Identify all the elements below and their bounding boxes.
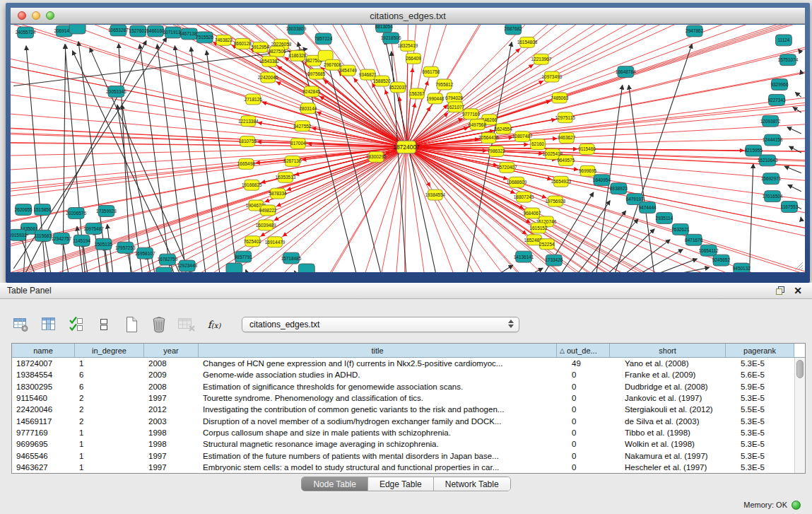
cell-year: 1997 (144, 463, 199, 472)
table-row[interactable]: 2242004622012Investigating the contribut… (12, 404, 805, 415)
table-panel-title: Table Panel (0, 286, 52, 296)
tab-network-table[interactable]: Network Table (434, 477, 510, 491)
graph-node-label: 8660128 (234, 41, 252, 46)
graph-node-label: 9684067 (523, 211, 541, 216)
graph-node-label: 6466160 (146, 28, 165, 33)
graph-node-label: 5878334 (269, 191, 287, 196)
graph-node-label: 10973493 (541, 74, 562, 79)
graph-node-label: 20053346 (106, 89, 126, 94)
table-row[interactable]: 1938455462009Genome-wide association stu… (12, 369, 805, 380)
column-header-name[interactable]: name (12, 344, 75, 357)
table-header-row: namein_degreeyeartitle△out_de...shortpag… (12, 344, 805, 358)
cell-out_de: 0 (567, 452, 620, 460)
graph-node-label: 16154808 (517, 40, 538, 45)
table-row[interactable]: 911546021997Tourette syndrome. Phenomeno… (12, 392, 805, 404)
graph-node-label: 9115460 (578, 146, 596, 151)
table-row[interactable]: 946554611997Estimation of the future num… (12, 450, 805, 461)
cell-name: 9699695 (12, 440, 75, 448)
row-selector-icon[interactable] (66, 315, 86, 334)
new-table-icon[interactable] (122, 315, 141, 334)
graph-node-label: 2687682 (505, 26, 523, 31)
table-settings-icon[interactable] (11, 315, 31, 334)
graph-node-label: 16958107 (135, 251, 155, 256)
column-header-in_degree[interactable]: in_degree (75, 344, 144, 357)
cell-short: Yano et al. (2008) (620, 359, 736, 368)
graph-node[interactable] (156, 267, 172, 272)
graph-node-label: 8454749 (339, 68, 358, 73)
graph-node-label: 10688609 (507, 180, 527, 185)
graph-node-label: 15751074 (778, 57, 799, 62)
graph-node-label: 9498222 (259, 208, 278, 213)
network-graph[interactable]: 2405572420691406106532871527602646616010… (11, 25, 805, 272)
resize-grip-icon[interactable] (794, 262, 804, 271)
column-header-out_de[interactable]: △out_de... (557, 344, 610, 357)
tab-node-table[interactable]: Node Table (302, 477, 368, 491)
column-header-year[interactable]: year (144, 344, 199, 357)
graph-node-label: 156267 (409, 91, 425, 96)
cell-year: 1998 (144, 440, 199, 448)
graph-node-label: 1615152 (529, 226, 548, 230)
cell-short: Tibbo et al. (1998) (620, 428, 736, 437)
column-header-title[interactable]: title (199, 344, 557, 357)
table-row[interactable]: 1830029562008Estimation of significance … (12, 381, 805, 392)
cell-in_degree: 2 (75, 394, 144, 402)
cell-out_de: 0 (567, 463, 620, 472)
table-selector-dropdown[interactable]: citations_edges.txt (242, 317, 519, 332)
graph-node-label: 266409 (406, 56, 421, 61)
graph-node-label: 2935114 (656, 216, 673, 221)
network-canvas[interactable]: 2405572420691406106532871527602646616010… (11, 25, 805, 272)
table-row[interactable]: 1872400712008Changes of HCN gene express… (12, 358, 805, 369)
graph-node-label: 9245652 (712, 257, 731, 262)
window-titlebar[interactable]: citations_edges.txt (11, 8, 805, 24)
cell-year: 2008 (144, 359, 199, 368)
cell-title: Structural magnetic resonance image aver… (199, 440, 567, 448)
graph-node-label: 1810755 (239, 139, 257, 144)
vertical-scrollbar[interactable] (794, 358, 805, 473)
table-row[interactable]: 977716911998Corpus callosum shape and si… (12, 427, 805, 438)
graph-node-label: 15654923 (551, 179, 571, 184)
table-row[interactable]: 946362711997Embryonic stem cells: a mode… (12, 462, 805, 473)
graph-node-label: 22420046 (258, 75, 278, 80)
graph-node[interactable] (226, 263, 242, 272)
table-row[interactable]: 969969511998Structural magnetic resonanc… (12, 438, 805, 450)
cell-in_degree: 6 (75, 370, 144, 379)
graph-node-label: 9857791 (235, 255, 253, 259)
column-selector-icon[interactable] (39, 315, 59, 334)
delete-rows-icon[interactable] (149, 315, 169, 334)
graph-node-label: 1621077 (447, 105, 465, 110)
graph-node-label: 10975487 (83, 226, 104, 231)
cell-name: 18300295 (12, 382, 75, 391)
graph-node-label: 12342757 (51, 236, 71, 241)
graph-node-label: 8427552 (293, 124, 312, 129)
graph-node-label: 7463822 (215, 37, 233, 42)
graph-node-label: 16210643 (758, 158, 778, 163)
graph-node-label: 20564436 (478, 135, 499, 140)
function-builder-icon[interactable]: f(x) (204, 315, 224, 334)
graph-node-label: 3915931 (11, 233, 27, 238)
graph-node-label: 1640954 (593, 177, 611, 182)
table-tabs: Node Table Edge Table Network Table (301, 477, 510, 491)
tab-edge-table[interactable]: Edge Table (368, 477, 434, 491)
cell-year: 2003 (144, 417, 199, 426)
cell-in_degree: 1 (75, 428, 144, 437)
graph-node-label: 19166825 (242, 182, 262, 187)
graph-node-label: 7986322 (488, 148, 506, 153)
scrollbar-thumb[interactable] (796, 360, 804, 378)
table-row[interactable]: 1456911722003Disruption of a novel membe… (12, 415, 805, 426)
graph-node[interactable] (298, 264, 314, 272)
column-header-pagerank[interactable]: pagerank (726, 344, 794, 357)
graph-node-label: 16353513 (276, 175, 296, 180)
cell-out_de: 0 (567, 440, 620, 448)
graph-node-label: 15720407 (497, 165, 517, 170)
graph-node-label: 19218506 (381, 35, 401, 40)
cell-name: 9115460 (12, 394, 75, 402)
column-header-short[interactable]: short (610, 344, 726, 357)
table-body: 1872400712008Changes of HCN gene express… (12, 358, 805, 473)
rows-icon[interactable] (94, 315, 114, 334)
float-icon[interactable] (775, 286, 785, 296)
graph-node-label: 1990448 (426, 96, 445, 101)
graph-node[interactable] (69, 25, 86, 34)
graph-node-label: 5912954 (252, 45, 270, 49)
table-selector-value: citations_edges.txt (242, 320, 519, 329)
close-panel-icon[interactable]: ✕ (794, 285, 802, 296)
